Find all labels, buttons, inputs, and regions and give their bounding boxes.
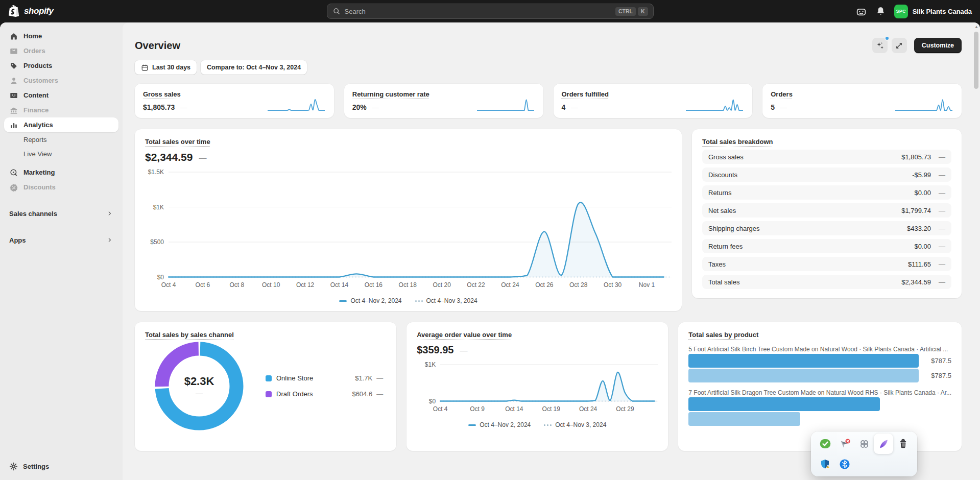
insights-button[interactable] — [872, 38, 888, 53]
trend-dash: — — [376, 390, 383, 398]
plot-canvas — [169, 172, 672, 278]
fullscreen-button[interactable] — [892, 38, 907, 53]
breakdown-row-discounts[interactable]: Discounts-$5.99— — [702, 167, 951, 182]
product-bar-dark[interactable] — [688, 354, 919, 368]
breakdown-row-total-sales[interactable]: Total sales$2,344.59— — [702, 275, 951, 289]
product-bar-dark[interactable] — [688, 397, 880, 411]
tray-check-badge-button[interactable] — [816, 434, 835, 454]
metric-card-orders[interactable]: Orders5— — [762, 84, 962, 118]
breakdown-label: Shipping charges — [708, 225, 907, 232]
channel-legend-draft-orders[interactable]: Draft Orders$604.6— — [266, 386, 383, 402]
sidebar-item-finance[interactable]: Finance — [4, 103, 118, 117]
sidebar-item-label: Marketing — [23, 169, 55, 176]
scrollbar-thumb[interactable] — [974, 32, 978, 89]
search-placeholder: Search — [345, 8, 366, 15]
trend-dash: — — [571, 104, 578, 111]
metric-sparkline — [686, 98, 743, 111]
metric-title: Returning customer rate — [352, 90, 429, 98]
metric-card-orders-fulfilled[interactable]: Orders fulfilled4— — [554, 84, 753, 118]
sidebar-item-settings[interactable]: Settings — [4, 459, 118, 474]
tray-security-shield-button[interactable] — [816, 454, 835, 474]
date-range-button[interactable]: Last 30 days — [135, 60, 197, 75]
notifications-button[interactable] — [875, 6, 886, 17]
sidebar-item-live-view[interactable]: Live View — [4, 147, 118, 161]
product-bar-light[interactable] — [688, 369, 919, 382]
chart-legend: Oct 4–Nov 2, 2024Oct 4–Nov 3, 2024 — [417, 421, 658, 428]
product-bar-row: $787.5 — [688, 354, 951, 368]
trend-dash: — — [460, 346, 467, 354]
y-tick-label: $1K — [425, 361, 436, 368]
breakdown-row-taxes[interactable]: Taxes$111.65— — [702, 257, 951, 271]
product-item: 7 Foot Artificial Silk Dragon Tree Custo… — [688, 389, 951, 426]
bell-icon — [875, 6, 886, 17]
customize-button[interactable]: Customize — [914, 38, 962, 53]
sidebar-item-home[interactable]: Home — [4, 29, 118, 43]
x-tick-label: Oct 18 — [399, 281, 417, 289]
average-order-value-over-time-plot-area: $1K$0 — [417, 364, 658, 402]
compare-button[interactable]: Compare to: Oct 4–Nov 3, 2024 — [201, 60, 307, 75]
sidebar-item-label: Orders — [23, 47, 45, 55]
search-input[interactable]: Search CTRL K — [327, 4, 654, 19]
metric-card-gross-sales[interactable]: Gross sales$1,805.73— — [135, 84, 334, 118]
product-bar-light[interactable] — [688, 412, 800, 426]
sidebar-item-label: Live View — [23, 150, 52, 158]
k-key: K — [638, 7, 648, 16]
calendar-icon — [141, 64, 149, 71]
breakdown-row-net-sales[interactable]: Net sales$1,799.74— — [702, 203, 951, 218]
metric-value: 4 — [562, 103, 566, 111]
metric-value: $1,805.73 — [143, 103, 175, 111]
chart-legend: Oct 4–Nov 2, 2024Oct 4–Nov 3, 2024 — [145, 297, 672, 304]
breakdown-row-gross-sales[interactable]: Gross sales$1,805.73— — [702, 150, 951, 164]
channel-title[interactable]: Total sales by sales channel — [145, 331, 234, 339]
channel-legend-online-store[interactable]: Online Store$1.7K— — [266, 370, 383, 386]
tray-bluetooth-button[interactable] — [835, 454, 854, 474]
bar-track — [688, 369, 919, 382]
dotted-line-swatch — [415, 300, 423, 302]
channel-legend: Online Store$1.7K—Draft Orders$604.6— — [266, 370, 383, 402]
feather-pen-icon — [877, 438, 890, 450]
sidebar-item-content[interactable]: Content — [4, 88, 118, 103]
breakdown-row-shipping-charges[interactable]: Shipping charges$433.20— — [702, 221, 951, 235]
breakdown-row-return-fees[interactable]: Return fees$0.00— — [702, 239, 951, 253]
finance-icon — [9, 106, 18, 115]
page-scrollbar[interactable]: ▲ — [974, 25, 979, 478]
breakdown-value: $0.00 — [914, 189, 931, 197]
metric-card-returning-customer-rate[interactable]: Returning customer rate20%— — [344, 84, 543, 118]
metric-sparkline — [477, 98, 534, 111]
metrics-row: Gross sales$1,805.73—Returning customer … — [135, 84, 962, 118]
donut-total-value: $2.3K — [184, 375, 214, 388]
sidebar-item-products[interactable]: Products — [4, 58, 118, 73]
sidebar-item-customers[interactable]: Customers — [4, 73, 118, 88]
store-menu[interactable]: SPC Silk Plants Canada — [894, 5, 972, 18]
total-sales-title[interactable]: Total sales over time — [145, 138, 210, 146]
breakdown-title[interactable]: Total sales breakdown — [702, 138, 773, 146]
app-frame: HomeOrdersProductsCustomersContentFinanc… — [0, 22, 980, 480]
x-tick-label: Oct 12 — [296, 281, 314, 289]
tray-trash-button[interactable] — [893, 434, 913, 454]
sidebar-section-apps[interactable]: Apps — [4, 232, 118, 248]
product-bars: 5 Foot Artificial Silk Birch Tree Custom… — [688, 346, 951, 426]
breakdown-row-returns[interactable]: Returns$0.00— — [702, 185, 951, 200]
product-title[interactable]: Total sales by product — [688, 331, 758, 339]
bar-value-label: $787.5 — [919, 372, 951, 379]
shopify-logo[interactable]: shopify — [8, 5, 126, 18]
chevron-right-icon — [106, 236, 113, 244]
sidebar-section-sales-channels[interactable]: Sales channels — [4, 206, 118, 221]
sidebar-item-reports[interactable]: Reports — [4, 132, 118, 147]
aov-card: Average order value over time $359.95 — … — [407, 322, 668, 451]
tray-extension-clover-button[interactable] — [854, 434, 874, 454]
sidebar-item-discounts[interactable]: Discounts — [4, 180, 118, 195]
tray-feather-pen-button[interactable] — [874, 434, 893, 454]
discounts-icon — [9, 183, 18, 192]
legend-label: Oct 4–Nov 3, 2024 — [426, 297, 477, 304]
breakdown-rows: Gross sales$1,805.73—Discounts-$5.99—Ret… — [702, 150, 951, 289]
donut-center-label: $2.3K— — [154, 341, 244, 431]
sidebar-item-marketing[interactable]: Marketing — [4, 165, 118, 180]
sidekick-button[interactable] — [855, 6, 867, 17]
aov-title[interactable]: Average order value over time — [417, 331, 512, 339]
sidebar-item-analytics[interactable]: Analytics — [4, 117, 118, 132]
sidekick-icon — [855, 6, 867, 17]
scrollbar-up-arrow[interactable]: ▲ — [974, 25, 979, 30]
sidebar-item-orders[interactable]: Orders — [4, 43, 118, 58]
tray-send-blocked-button[interactable] — [835, 434, 854, 454]
